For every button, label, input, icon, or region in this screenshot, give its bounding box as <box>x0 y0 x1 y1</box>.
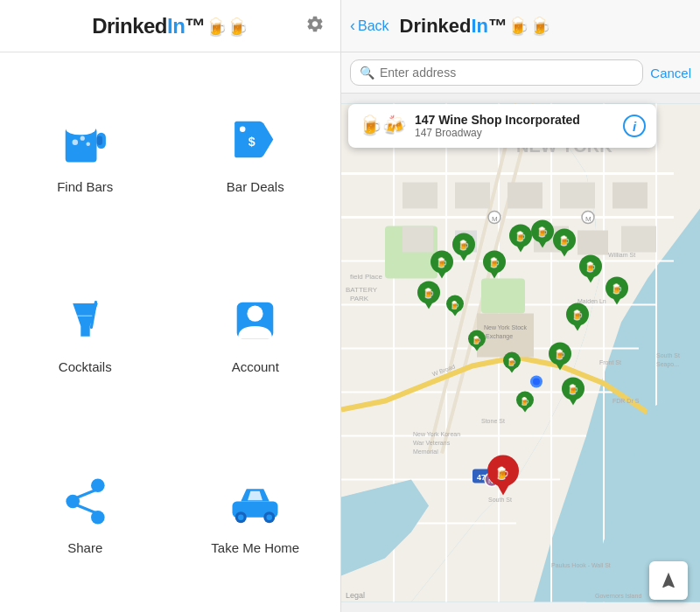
svg-text:War Veterans: War Veterans <box>413 440 451 446</box>
svg-text:Maiden Ln: Maiden Ln <box>578 298 606 304</box>
svg-point-25 <box>267 514 273 520</box>
svg-rect-50 <box>508 183 542 209</box>
svg-line-20 <box>76 504 95 512</box>
svg-text:Front St: Front St <box>599 359 621 365</box>
tag-icon: $ <box>225 109 286 170</box>
svg-text:New York Korean: New York Korean <box>413 431 460 437</box>
svg-text:🍺: 🍺 <box>488 256 500 268</box>
svg-text:Exchange: Exchange <box>486 333 513 340</box>
svg-text:🍺: 🍺 <box>584 261 597 273</box>
svg-text:🍺: 🍺 <box>571 309 584 321</box>
svg-text:🍺: 🍺 <box>436 256 448 268</box>
svg-text:Memorial: Memorial <box>413 449 438 455</box>
right-logo-part2: In <box>472 15 489 37</box>
svg-text:🍺: 🍺 <box>520 396 530 407</box>
callout-title: 147 Wine Shop Incorporated <box>415 113 614 127</box>
map-background: New York Stock Exchange NEW YORK Legal W… <box>341 94 700 612</box>
menu-grid: Find Bars $ Bar Deals <box>0 52 340 612</box>
navigation-button[interactable] <box>649 561 688 600</box>
svg-text:M: M <box>492 215 498 223</box>
svg-text:$: $ <box>248 136 256 150</box>
svg-text:🍺: 🍺 <box>567 383 579 395</box>
left-header: DrinkedIn™🍺🍺 <box>0 0 340 52</box>
app-logo-right: DrinkedIn™🍺🍺 <box>400 15 551 38</box>
callout-info-button[interactable]: i <box>623 115 646 137</box>
svg-point-10 <box>240 127 246 133</box>
svg-text:🍺: 🍺 <box>458 239 470 251</box>
svg-text:Legal: Legal <box>346 591 365 600</box>
svg-text:Paulus Hook - Wall St: Paulus Hook - Wall St <box>551 562 611 568</box>
app-logo-left: DrinkedIn™🍺🍺 <box>92 14 248 38</box>
svg-text:🍺: 🍺 <box>611 282 623 295</box>
svg-text:🍺: 🍺 <box>536 226 549 238</box>
svg-point-15 <box>248 306 263 322</box>
callout-subtitle: 147 Broadway <box>415 127 614 139</box>
svg-rect-52 <box>612 183 648 209</box>
svg-text:🍺: 🍺 <box>507 357 517 367</box>
search-input-wrapper[interactable]: 🔍 <box>350 59 643 86</box>
svg-point-7 <box>68 124 80 132</box>
map-container: New York Stock Exchange NEW YORK Legal W… <box>341 94 700 612</box>
logo-part2: In <box>167 14 185 38</box>
cocktails-label: Cocktails <box>59 359 112 374</box>
logo-part1: Drinked <box>92 14 167 38</box>
svg-rect-49 <box>455 183 490 209</box>
callout-icon: 🍺🍻 <box>359 115 406 137</box>
cancel-button[interactable]: Cancel <box>650 66 691 80</box>
svg-text:🍺: 🍺 <box>423 287 435 299</box>
gear-icon[interactable] <box>305 14 325 38</box>
svg-text:🍺: 🍺 <box>494 466 510 481</box>
address-input[interactable] <box>380 66 634 80</box>
right-logo-part1: Drinked <box>400 15 472 37</box>
svg-rect-56 <box>578 231 608 255</box>
svg-point-8 <box>80 124 92 132</box>
right-header: ‹ Back DrinkedIn™🍺🍺 <box>341 0 700 52</box>
svg-text:🍺: 🍺 <box>554 348 566 360</box>
svg-point-24 <box>238 514 244 520</box>
menu-item-cocktails[interactable]: Cocktails <box>0 242 171 423</box>
svg-text:M: M <box>585 215 592 223</box>
svg-text:Seapo...: Seapo... <box>656 361 679 368</box>
right-logo-emoji: 🍺🍺 <box>508 17 551 36</box>
person-icon <box>225 289 286 351</box>
svg-rect-48 <box>402 183 438 209</box>
beer-mug-icon <box>54 109 116 170</box>
svg-point-4 <box>80 136 84 141</box>
search-bar: 🔍 Cancel <box>341 52 700 94</box>
svg-text:🍺: 🍺 <box>450 300 460 310</box>
svg-text:Stone St: Stone St <box>481 418 505 424</box>
account-label: Account <box>232 359 279 374</box>
svg-rect-2 <box>96 136 102 145</box>
svg-rect-47 <box>481 279 525 314</box>
map-callout: 🍺🍻 147 Wine Shop Incorporated 147 Broadw… <box>348 104 656 148</box>
svg-point-3 <box>72 140 78 146</box>
svg-line-19 <box>76 490 95 497</box>
svg-rect-51 <box>560 183 595 209</box>
search-icon: 🔍 <box>360 66 374 80</box>
svg-text:New York Stock: New York Stock <box>484 324 528 330</box>
svg-point-91 <box>533 379 540 386</box>
svg-text:🍺: 🍺 <box>558 234 570 247</box>
menu-item-take-me-home[interactable]: Take Me Home <box>171 422 341 603</box>
svg-text:🍺: 🍺 <box>514 230 527 242</box>
chevron-left-icon: ‹ <box>350 17 355 35</box>
svg-text:PARK: PARK <box>350 295 369 303</box>
menu-item-find-bars[interactable]: Find Bars <box>0 61 171 242</box>
find-bars-label: Find Bars <box>57 179 113 194</box>
svg-text:Governors Island: Governors Island <box>595 593 641 599</box>
svg-text:BATTERY: BATTERY <box>346 286 378 294</box>
callout-text: 147 Wine Shop Incorporated 147 Broadway <box>415 113 614 139</box>
svg-text:South St: South St <box>656 352 680 358</box>
back-button[interactable]: ‹ Back <box>350 17 389 35</box>
back-label: Back <box>358 18 389 34</box>
menu-item-share[interactable]: Share <box>0 422 171 603</box>
bar-deals-label: Bar Deals <box>227 179 284 194</box>
svg-text:field Place: field Place <box>350 273 382 281</box>
svg-text:FDR Dr S: FDR Dr S <box>612 398 640 404</box>
logo-emoji: 🍺🍺 <box>206 17 248 37</box>
left-panel: DrinkedIn™🍺🍺 <box>0 0 341 612</box>
car-icon <box>225 470 286 532</box>
menu-item-bar-deals[interactable]: $ Bar Deals <box>171 61 341 242</box>
svg-text:South St: South St <box>488 497 512 503</box>
menu-item-account[interactable]: Account <box>171 242 341 423</box>
